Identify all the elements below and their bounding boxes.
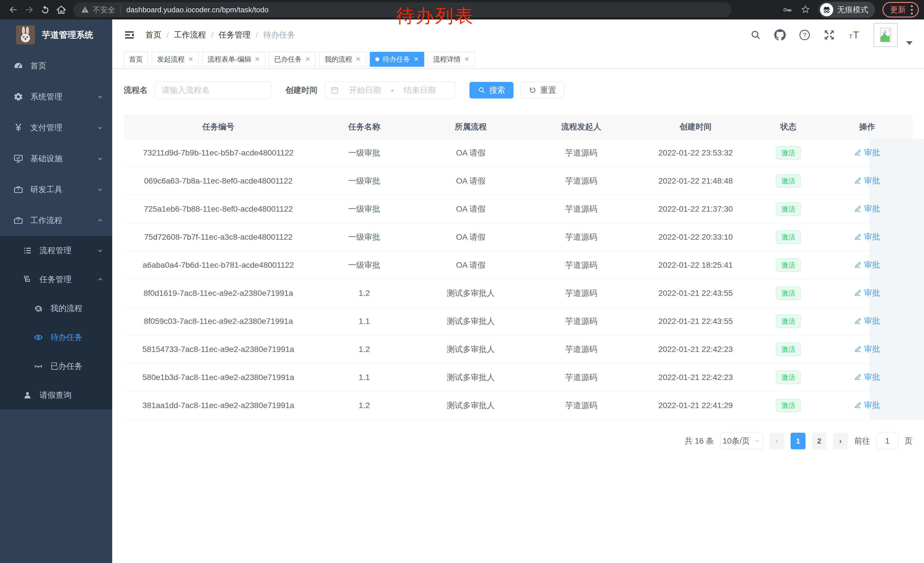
browser-forward-button[interactable] <box>21 2 37 18</box>
breadcrumb-task-management[interactable]: 任务管理 <box>219 30 251 41</box>
tag-process-form-edit[interactable]: 流程表单-编辑✕ <box>202 52 265 67</box>
browser-home-button[interactable] <box>53 2 69 18</box>
chevron-down-icon <box>96 124 104 132</box>
todo-list-annotation: 待办列表 <box>396 6 474 25</box>
end-date-input[interactable] <box>398 86 441 95</box>
breadcrumb-workflow[interactable]: 工作流程 <box>174 30 206 41</box>
close-icon[interactable]: ✕ <box>188 56 193 63</box>
status-badge: 激活 <box>776 399 801 412</box>
sidebar-collapse-icon[interactable] <box>124 29 135 41</box>
sidebar-item-devtools[interactable]: 研发工具 <box>0 174 112 205</box>
tags-view-bar: 首页 发起流程✕ 流程表单-编辑✕ 已办任务✕ 我的流程✕ 待办任务✕ 流程详情… <box>112 50 924 69</box>
breadcrumb-home[interactable]: 首页 <box>146 30 162 41</box>
edit-icon <box>854 401 862 409</box>
bookmark-star-icon[interactable] <box>800 4 811 15</box>
page-button-1[interactable]: 1 <box>790 433 806 449</box>
sidebar-item-home[interactable]: 首页 <box>0 50 112 81</box>
pagination: 共 16 条 10条/页 ‹ 1 2 › 前往 页 <box>124 433 912 449</box>
date-range-picker[interactable]: - <box>325 82 455 99</box>
create-time-label: 创建时间 <box>285 85 318 96</box>
approve-button[interactable]: 审批 <box>854 344 880 354</box>
sidebar-item-task-management[interactable]: 任务管理 <box>0 265 112 294</box>
close-icon[interactable]: ✕ <box>356 56 361 63</box>
edit-icon <box>854 233 862 240</box>
browser-update-button[interactable]: 更新 <box>882 2 919 18</box>
approve-button[interactable]: 审批 <box>854 175 880 186</box>
password-key-icon[interactable] <box>782 5 793 15</box>
monitor-icon <box>13 153 24 164</box>
table-row: 381aa1dd-7ac8-11ec-a9e2-a2380e71991a 1.2… <box>124 392 912 419</box>
tag-my-process[interactable]: 我的流程✕ <box>319 52 366 67</box>
process-name-label: 流程名 <box>124 85 148 96</box>
approve-button[interactable]: 审批 <box>854 203 880 214</box>
header-search-icon[interactable] <box>750 29 761 41</box>
page-button-2[interactable]: 2 <box>812 433 826 449</box>
robot-icon <box>33 303 44 313</box>
table-row: 73211d9d-7b9b-11ec-b5b7-acde48001122 一级审… <box>124 139 912 167</box>
chevron-down-icon <box>96 246 104 255</box>
app-logo-row[interactable]: 芋道管理系统 <box>0 20 112 50</box>
process-name-input[interactable] <box>162 86 264 95</box>
sidebar-item-system[interactable]: 系统管理 <box>0 81 112 112</box>
sidebar-item-process-management[interactable]: 流程管理 <box>0 236 112 265</box>
task-table: 任务编号 任务名称 所属流程 流程发起人 创建时间 状态 操作 73211d9d… <box>124 115 912 419</box>
col-status: 状态 <box>755 122 822 132</box>
approve-button[interactable]: 审批 <box>854 372 880 383</box>
approve-button[interactable]: 审批 <box>854 315 880 326</box>
process-name-field[interactable] <box>155 82 271 99</box>
search-button[interactable]: 搜索 <box>470 82 513 99</box>
table-row: 069c6a63-7b8a-11ec-8ef0-acde48001122 一级审… <box>124 167 912 195</box>
update-label: 更新 <box>890 5 906 15</box>
approve-button[interactable]: 审批 <box>854 260 880 270</box>
page-size-select[interactable]: 10条/页 <box>720 433 763 449</box>
close-icon[interactable]: ✕ <box>305 56 310 63</box>
approve-button[interactable]: 审批 <box>854 288 880 299</box>
range-separator: - <box>391 86 394 95</box>
sidebar-item-workflow[interactable]: 工作流程 <box>0 205 112 236</box>
github-icon[interactable] <box>774 29 786 41</box>
avatar-dropdown-caret[interactable] <box>906 41 912 45</box>
browser-reload-button[interactable] <box>37 2 53 18</box>
svg-text:T: T <box>853 29 859 41</box>
tag-home[interactable]: 首页 <box>124 52 148 67</box>
chevron-up-icon <box>96 216 104 225</box>
fullscreen-icon[interactable] <box>823 29 835 41</box>
start-date-input[interactable] <box>344 86 386 95</box>
sidebar-item-leave-query[interactable]: 请假查询 <box>0 381 112 410</box>
approve-button[interactable]: 审批 <box>854 147 880 158</box>
browser-menu-icon[interactable] <box>911 5 913 15</box>
url-text[interactable]: dashboard.yudao.iocoder.cn/bpm/task/todo <box>126 6 268 14</box>
close-icon[interactable]: ✕ <box>255 56 260 63</box>
close-icon[interactable]: ✕ <box>414 56 419 63</box>
approve-button[interactable]: 审批 <box>854 400 880 411</box>
tag-done-tasks[interactable]: 已办任务✕ <box>269 52 316 67</box>
prev-page-button[interactable]: ‹ <box>770 433 784 449</box>
font-size-icon[interactable]: TT <box>848 29 861 41</box>
table-header-row: 任务编号 任务名称 所属流程 流程发起人 创建时间 状态 操作 <box>124 115 912 139</box>
incognito-icon <box>820 3 833 17</box>
status-badge: 激活 <box>776 146 801 159</box>
sidebar-item-todo-tasks[interactable]: 待办任务 <box>0 323 112 352</box>
calendar-icon <box>330 86 339 95</box>
dashboard-icon <box>13 61 24 71</box>
sidebar-item-payment[interactable]: ¥ 支付管理 <box>0 112 112 143</box>
sidebar-item-done-tasks[interactable]: 已办任务 <box>0 352 112 381</box>
tag-todo-tasks[interactable]: 待办任务✕ <box>370 52 424 67</box>
table-row: 725a1eb6-7b88-11ec-8ef0-acde48001122 一级审… <box>124 195 912 223</box>
active-tag-dot <box>375 57 379 61</box>
tag-start-process[interactable]: 发起流程✕ <box>152 52 199 67</box>
col-create-time: 创建时间 <box>636 122 754 132</box>
next-page-button[interactable]: › <box>833 433 848 449</box>
browser-back-button[interactable] <box>5 2 21 18</box>
reset-button[interactable]: 重置 <box>520 82 564 99</box>
tag-process-detail[interactable]: 流程详情✕ <box>428 52 475 67</box>
security-label[interactable]: 不安全 <box>93 5 115 15</box>
goto-page-input[interactable] <box>876 433 898 449</box>
sidebar-item-infrastructure[interactable]: 基础设施 <box>0 143 112 174</box>
close-icon[interactable]: ✕ <box>464 56 469 63</box>
user-avatar[interactable] <box>874 23 898 47</box>
total-count: 共 16 条 <box>684 435 714 446</box>
approve-button[interactable]: 审批 <box>854 231 880 242</box>
help-icon[interactable]: ? <box>799 29 811 41</box>
sidebar-item-my-process[interactable]: 我的流程 <box>0 294 112 323</box>
